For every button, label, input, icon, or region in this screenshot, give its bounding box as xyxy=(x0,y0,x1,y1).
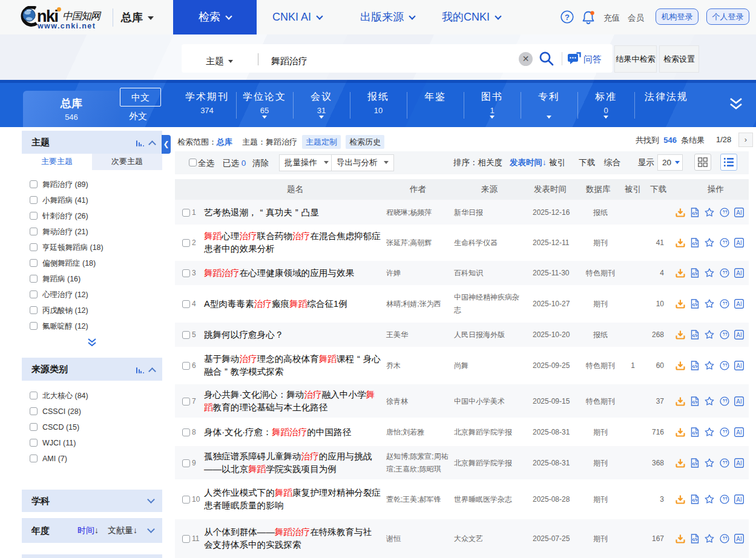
svg-text:?: ? xyxy=(565,13,570,22)
svg-text:www.cnki.net: www.cnki.net xyxy=(37,22,96,30)
svg-text:中国知网: 中国知网 xyxy=(62,10,102,21)
